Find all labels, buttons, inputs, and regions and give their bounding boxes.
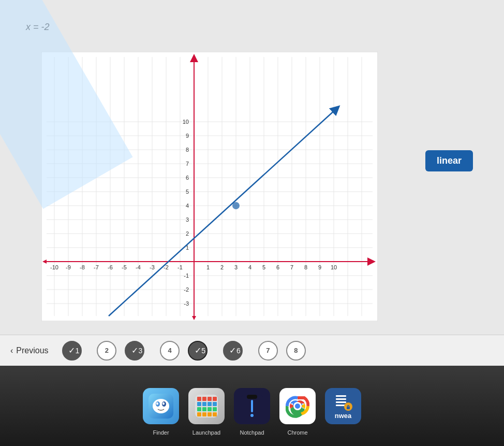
svg-text:-4: -4 <box>136 264 141 270</box>
svg-text:2: 2 <box>220 264 224 270</box>
svg-text:-3: -3 <box>150 264 155 270</box>
svg-text:-1: -1 <box>177 264 183 270</box>
svg-text:3: 3 <box>186 217 189 223</box>
svg-rect-99 <box>207 412 212 416</box>
svg-text:8: 8 <box>186 147 189 153</box>
svg-text:-3: -3 <box>184 300 189 307</box>
svg-rect-94 <box>202 407 206 411</box>
dock-finder-label: Finder <box>153 429 169 436</box>
nav-item-3[interactable] <box>125 341 144 361</box>
equation-label: x = -2 <box>26 22 50 33</box>
nav-number-2: 2 <box>105 347 109 354</box>
svg-text:5: 5 <box>262 264 265 270</box>
dock-chrome-label: Chrome <box>287 429 307 436</box>
dock-nwea[interactable]: nwea <box>325 388 361 424</box>
graph-container: -10 -9 -8 -7 -6 -5 -4 -3 -2 -1 1 2 3 4 5… <box>41 52 378 321</box>
svg-point-83 <box>162 402 165 405</box>
nav-number-8: 8 <box>294 347 298 354</box>
svg-point-109 <box>295 404 300 409</box>
svg-rect-89 <box>197 402 201 406</box>
svg-text:10: 10 <box>183 119 189 125</box>
previous-label: Previous <box>16 346 48 355</box>
svg-rect-88 <box>213 397 217 401</box>
nav-item-6[interactable] <box>223 341 243 361</box>
graph-point <box>232 202 240 209</box>
dock-chrome[interactable]: Chrome <box>279 388 316 424</box>
nav-item-2[interactable]: 2 <box>97 341 116 361</box>
navigation-bar: ‹ Previous 1 2 3 4 5 6 7 8 <box>0 335 504 366</box>
svg-rect-91 <box>207 402 212 406</box>
svg-rect-116 <box>347 407 350 409</box>
svg-text:-9: -9 <box>66 264 71 270</box>
svg-text:4: 4 <box>248 264 251 270</box>
svg-rect-92 <box>213 402 217 406</box>
svg-rect-111 <box>336 395 346 397</box>
dock-launchpad[interactable]: Launchpad <box>188 388 225 424</box>
svg-rect-96 <box>213 407 217 411</box>
nav-item-1[interactable] <box>62 341 82 361</box>
svg-text:7: 7 <box>186 161 189 167</box>
dock-notchpad-label: Notchpad <box>240 429 264 436</box>
svg-point-79 <box>153 399 169 413</box>
svg-rect-90 <box>202 402 206 406</box>
chevron-left-icon: ‹ <box>10 346 13 355</box>
svg-point-104 <box>250 414 254 417</box>
dock-launchpad-label: Launchpad <box>192 429 220 436</box>
svg-rect-87 <box>207 397 212 401</box>
svg-text:-8: -8 <box>80 264 85 270</box>
svg-rect-86 <box>202 397 206 401</box>
svg-text:1: 1 <box>206 264 210 270</box>
svg-text:-2: -2 <box>184 286 189 293</box>
svg-text:6: 6 <box>186 175 189 181</box>
svg-rect-112 <box>336 398 346 400</box>
svg-text:-5: -5 <box>122 264 127 270</box>
svg-text:4: 4 <box>186 203 189 209</box>
svg-rect-97 <box>197 412 201 416</box>
previous-button[interactable]: ‹ Previous <box>10 346 49 355</box>
nav-item-4[interactable]: 4 <box>160 341 180 361</box>
dock: Finder <box>0 366 504 446</box>
svg-rect-103 <box>251 400 253 412</box>
dock-nwea-label: nwea <box>335 412 352 420</box>
svg-rect-95 <box>207 407 212 411</box>
linear-badge: linear <box>425 150 473 171</box>
dock-finder[interactable]: Finder <box>143 388 179 424</box>
svg-text:2: 2 <box>186 231 189 237</box>
svg-text:-10: -10 <box>50 264 58 270</box>
nav-item-5[interactable] <box>188 341 207 361</box>
svg-text:5: 5 <box>186 189 189 195</box>
svg-rect-113 <box>336 401 346 403</box>
svg-rect-0 <box>41 52 378 321</box>
svg-text:6: 6 <box>276 264 279 270</box>
dock-notchpad[interactable]: Notchpad <box>234 388 270 424</box>
svg-point-82 <box>156 402 158 405</box>
svg-text:9: 9 <box>318 264 321 270</box>
svg-text:-7: -7 <box>94 264 99 270</box>
nav-item-8[interactable]: 8 <box>286 341 306 361</box>
svg-rect-100 <box>213 412 217 416</box>
main-content: x = -2 <box>0 0 504 373</box>
svg-rect-93 <box>197 407 201 411</box>
svg-text:7: 7 <box>290 264 293 270</box>
svg-text:3: 3 <box>234 264 238 270</box>
svg-text:9: 9 <box>186 133 189 139</box>
coordinate-graph: -10 -9 -8 -7 -6 -5 -4 -3 -2 -1 1 2 3 4 5… <box>41 52 378 321</box>
svg-rect-98 <box>202 412 206 416</box>
svg-rect-102 <box>247 395 257 399</box>
nav-item-7[interactable]: 7 <box>258 341 278 361</box>
svg-text:10: 10 <box>331 264 337 270</box>
svg-rect-85 <box>197 397 201 401</box>
svg-text:-1: -1 <box>184 272 189 279</box>
nav-number-4: 4 <box>168 347 172 354</box>
nav-number-7: 7 <box>266 347 270 354</box>
svg-text:-6: -6 <box>108 264 113 270</box>
svg-text:8: 8 <box>304 264 307 270</box>
